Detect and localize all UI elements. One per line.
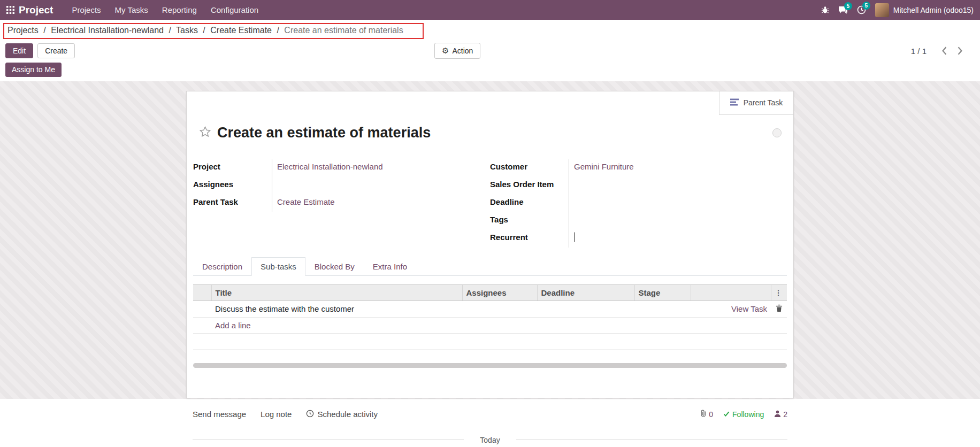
breadcrumb-projects[interactable]: Projects <box>7 26 39 35</box>
assignees-field-value[interactable] <box>272 177 277 195</box>
column-header-assignees[interactable]: Assignees <box>462 284 537 300</box>
deadline-field-value[interactable] <box>569 195 574 212</box>
right-field-group: Customer Gemini Furniture Sales Order It… <box>490 159 787 248</box>
field-row-recurrent: Recurrent <box>490 230 787 248</box>
sales-order-item-field-label: Sales Order Item <box>490 177 569 195</box>
breadcrumb-separator: / <box>203 26 205 35</box>
send-message-button[interactable]: Send message <box>193 410 246 419</box>
edit-button[interactable]: Edit <box>5 43 33 59</box>
column-header-deadline[interactable]: Deadline <box>537 284 634 300</box>
tags-field-value[interactable] <box>569 212 574 230</box>
check-icon <box>723 410 730 419</box>
tab-description[interactable]: Description <box>193 257 251 276</box>
schedule-activity-label: Schedule activity <box>317 410 378 419</box>
tab-extra-info[interactable]: Extra Info <box>364 257 416 276</box>
parent-task-stat-button[interactable]: Parent Task <box>719 91 793 115</box>
pager-previous-icon[interactable] <box>938 44 951 57</box>
nav-menu-reporting[interactable]: Reporting <box>155 1 204 19</box>
favorite-star-icon[interactable] <box>199 126 211 140</box>
left-field-group: Project Electrical Installation-newland … <box>193 159 490 248</box>
subtask-deadline-cell[interactable] <box>537 300 634 317</box>
horizontal-scrollbar[interactable] <box>193 363 787 368</box>
view-task-link[interactable]: View Task <box>731 304 767 313</box>
nav-menu-my-tasks[interactable]: My Tasks <box>108 1 155 19</box>
sales-order-item-field-value[interactable] <box>569 177 574 195</box>
following-toggle[interactable]: Following <box>723 410 764 419</box>
column-header-title[interactable]: Title <box>211 284 462 300</box>
field-row-deadline: Deadline <box>490 195 787 212</box>
action-menu-button[interactable]: ⚙ Action <box>434 43 480 59</box>
control-panel: Projects / Electrical Installation-newla… <box>0 20 980 81</box>
table-header-row: Title Assignees Deadline Stage ⋮ <box>193 284 787 300</box>
recurrent-checkbox[interactable] <box>574 232 575 242</box>
log-note-button[interactable]: Log note <box>261 410 292 419</box>
nav-menu-projects[interactable]: Projects <box>65 1 108 19</box>
title-row: Create an estimate of materials <box>199 125 787 141</box>
field-row-assignees: Assignees <box>193 177 490 195</box>
deadline-field-label: Deadline <box>490 195 569 212</box>
pager: 1 / 1 <box>911 44 966 57</box>
breadcrumb-separator: / <box>277 26 279 35</box>
assign-to-me-button[interactable]: Assign to Me <box>5 63 62 77</box>
subtask-title-cell[interactable]: Discuss the estimate with the customer <box>211 300 462 317</box>
subtask-stage-cell[interactable] <box>634 300 691 317</box>
column-header-actions <box>691 284 771 300</box>
action-label: Action <box>452 47 473 56</box>
customer-field-label: Customer <box>490 159 569 177</box>
person-icon <box>774 410 781 419</box>
recurrent-field-label: Recurrent <box>490 230 569 248</box>
parent-task-field-value[interactable]: Create Estimate <box>277 197 335 206</box>
subtask-row[interactable]: Discuss the estimate with the customer V… <box>193 300 787 317</box>
customer-field-value[interactable]: Gemini Furniture <box>574 162 634 171</box>
pager-next-icon[interactable] <box>954 44 966 57</box>
form-sheet: Parent Task Create an estimate of materi… <box>186 91 794 398</box>
activities-badge: 5 <box>862 2 870 10</box>
nav-menu-configuration[interactable]: Configuration <box>204 1 265 19</box>
apps-menu-button[interactable] <box>4 4 19 17</box>
subtask-assignees-cell[interactable] <box>462 300 537 317</box>
breadcrumb-parent-task[interactable]: Create Estimate <box>210 26 272 35</box>
subtasks-tab-pane: Title Assignees Deadline Stage ⋮ Discuss… <box>193 284 787 368</box>
row-selector-cell <box>193 300 211 317</box>
parent-task-label: Parent Task <box>744 98 783 107</box>
top-navbar: Project Projects My Tasks Reporting Conf… <box>0 0 980 20</box>
attachment-count: 0 <box>709 410 713 419</box>
statusbar: Assign to Me <box>5 63 971 81</box>
form-view-background: Parent Task Create an estimate of materi… <box>0 81 980 399</box>
breadcrumb-project[interactable]: Electrical Installation-newland <box>51 26 164 35</box>
gear-icon: ⚙ <box>442 46 449 56</box>
chatter: Send message Log note Schedule activity … <box>186 399 794 444</box>
delete-row-trash-icon[interactable] <box>775 304 784 314</box>
followers-button[interactable]: 2 <box>774 410 787 419</box>
breadcrumb-separator: / <box>43 26 45 35</box>
follower-count: 2 <box>783 410 787 419</box>
debug-bug-icon[interactable] <box>821 6 829 14</box>
schedule-activity-button[interactable]: Schedule activity <box>306 410 378 419</box>
create-button[interactable]: Create <box>37 43 75 59</box>
breadcrumb-tasks[interactable]: Tasks <box>176 26 198 35</box>
field-row-customer: Customer Gemini Furniture <box>490 159 787 177</box>
breadcrumb: Projects / Electrical Installation-newla… <box>7 26 403 35</box>
notebook-tabs: Description Sub-tasks Blocked By Extra I… <box>193 257 787 276</box>
assignees-field-label: Assignees <box>193 177 272 195</box>
kanban-state-icon[interactable] <box>772 128 782 137</box>
breadcrumb-current: Create an estimate of materials <box>284 26 403 35</box>
date-divider: Today <box>193 436 787 444</box>
user-name: Mitchell Admin (odoo15) <box>893 6 974 14</box>
column-header-stage[interactable]: Stage <box>634 284 691 300</box>
attachments-button[interactable]: 0 <box>700 409 713 420</box>
add-line-row: Add a line <box>193 317 787 333</box>
optional-columns-icon[interactable]: ⋮ <box>771 284 787 300</box>
form-field-groups: Project Electrical Installation-newland … <box>193 159 787 248</box>
user-menu[interactable]: Mitchell Admin (odoo15) <box>875 3 974 17</box>
project-field-value[interactable]: Electrical Installation-newland <box>277 162 383 171</box>
activities-clock-icon[interactable]: 5 <box>857 5 866 14</box>
app-name[interactable]: Project <box>19 4 53 16</box>
field-row-parent-task: Parent Task Create Estimate <box>193 195 490 212</box>
messages-icon[interactable]: 5 <box>838 6 848 14</box>
tab-blocked-by[interactable]: Blocked By <box>305 257 364 276</box>
tab-sub-tasks[interactable]: Sub-tasks <box>251 257 305 276</box>
field-row-sales-order-item: Sales Order Item <box>490 177 787 195</box>
add-a-line-link[interactable]: Add a line <box>215 321 251 330</box>
breadcrumb-highlight-box: Projects / Electrical Installation-newla… <box>3 23 424 39</box>
